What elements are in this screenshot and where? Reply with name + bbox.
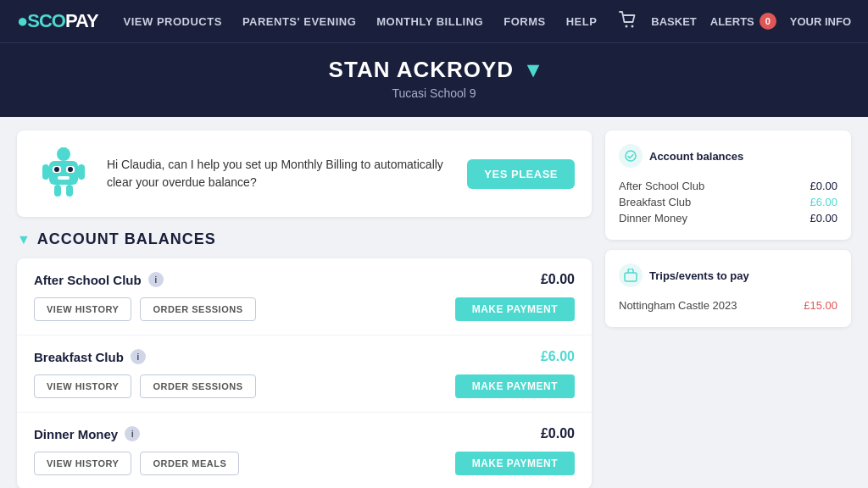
logo-sco: SCO	[27, 10, 65, 31]
svg-rect-11	[54, 185, 61, 197]
basket-button[interactable]	[619, 11, 637, 31]
svg-rect-13	[60, 147, 67, 154]
main-content: Hi Claudia, can I help you set up Monthl…	[0, 117, 868, 488]
svg-rect-10	[78, 164, 85, 180]
logo[interactable]: ●SCOPAY	[17, 10, 98, 32]
side-balance-amount-0: £0.00	[810, 180, 837, 192]
side-balance-label-2: Dinner Money	[619, 212, 687, 225]
balance-name-dinner: Dinner Money	[34, 427, 118, 441]
navbar: ●SCOPAY VIEW PRODUCTS PARENTS' EVENING M…	[0, 0, 868, 42]
order-sessions-after-school[interactable]: ORDER SESSIONS	[140, 297, 255, 321]
user-name[interactable]: STAN ACKROYD ▾	[0, 57, 868, 83]
helper-banner: Hi Claudia, can I help you set up Monthl…	[17, 130, 592, 217]
view-history-breakfast[interactable]: VIEW HISTORY	[34, 374, 131, 398]
account-balances-header: ▼ ACCOUNT BALANCES	[17, 230, 592, 248]
alerts-badge: 0	[760, 13, 776, 30]
user-dropdown-arrow[interactable]: ▾	[527, 57, 539, 82]
your-info-button[interactable]: YOUR INFO	[790, 15, 851, 28]
logo-pay: PAY	[65, 10, 98, 31]
user-header: STAN ACKROYD ▾ Tucasi School 9	[0, 42, 868, 117]
right-column: Account balances After School Club £0.00…	[605, 130, 851, 488]
balance-actions-dinner: VIEW HISTORY ORDER MEALS MAKE PAYMENT	[34, 452, 575, 475]
order-sessions-breakfast[interactable]: ORDER SESSIONS	[140, 374, 255, 398]
basket-label[interactable]: BASKET	[651, 15, 696, 28]
balances-card: After School Club i £0.00 VIEW HISTORY O…	[17, 258, 592, 488]
nav-forms[interactable]: FORMS	[504, 15, 545, 28]
side-card-trips: Trips/events to pay Nottingham Castle 20…	[605, 250, 851, 327]
nav-right: BASKET ALERTS 0 YOUR INFO	[619, 11, 851, 31]
account-balances-title: ACCOUNT BALANCES	[37, 230, 216, 248]
balance-row-dinner: Dinner Money i £0.00 VIEW HISTORY ORDER …	[17, 413, 592, 488]
info-icon-breakfast[interactable]: i	[131, 349, 146, 364]
balance-name-wrap-dinner: Dinner Money i	[34, 426, 140, 441]
side-balance-item-0: After School Club £0.00	[619, 178, 837, 194]
info-icon-after-school[interactable]: i	[148, 272, 164, 287]
side-trips-label-0: Nottingham Castle 2023	[619, 299, 737, 312]
side-card-balances-header: Account balances	[619, 144, 837, 168]
side-card-balances: Account balances After School Club £0.00…	[605, 130, 851, 240]
alerts-label[interactable]: ALERTS	[710, 15, 754, 28]
balance-amount-breakfast: £6.00	[541, 349, 575, 364]
balance-amount-dinner: £0.00	[541, 426, 575, 441]
svg-point-0	[626, 25, 628, 28]
balance-name-after-school: After School Club	[34, 273, 142, 287]
helper-text: Hi Claudia, can I help you set up Monthl…	[107, 156, 453, 191]
side-card-balances-title: Account balances	[649, 150, 743, 163]
left-column: Hi Claudia, can I help you set up Monthl…	[17, 130, 592, 488]
svg-point-6	[54, 167, 59, 172]
nav-view-products[interactable]: VIEW PRODUCTS	[124, 15, 222, 28]
side-trips-amount-0: £15.00	[804, 299, 837, 312]
balance-row-after-school-header: After School Club i £0.00	[34, 272, 575, 287]
balance-name-wrap-after-school: After School Club i	[34, 272, 164, 287]
account-balances-chevron[interactable]: ▼	[17, 232, 31, 247]
view-history-after-school[interactable]: VIEW HISTORY	[34, 297, 131, 321]
balance-actions-after-school: VIEW HISTORY ORDER SESSIONS MAKE PAYMENT	[34, 297, 575, 321]
svg-point-1	[632, 25, 634, 28]
svg-rect-12	[66, 185, 73, 197]
side-balance-label-1: Breakfast Club	[619, 196, 691, 208]
balance-row-breakfast: Breakfast Club i £6.00 VIEW HISTORY ORDE…	[17, 336, 592, 413]
order-meals-dinner[interactable]: ORDER MEALS	[140, 452, 239, 475]
side-balance-amount-1: £6.00	[810, 196, 837, 208]
balance-actions-breakfast: VIEW HISTORY ORDER SESSIONS MAKE PAYMENT	[34, 374, 575, 398]
side-trips-item-0: Nottingham Castle 2023 £15.00	[619, 297, 837, 313]
balance-name-wrap-breakfast: Breakfast Club i	[34, 349, 146, 364]
side-card-trips-title: Trips/events to pay	[649, 269, 749, 282]
balance-row-breakfast-header: Breakfast Club i £6.00	[34, 349, 575, 364]
svg-rect-15	[625, 273, 637, 281]
make-payment-breakfast[interactable]: MAKE PAYMENT	[455, 374, 575, 398]
make-payment-after-school[interactable]: MAKE PAYMENT	[455, 297, 575, 321]
logo-dot: ●	[17, 10, 27, 31]
balances-side-icon	[619, 144, 643, 168]
balance-row-after-school: After School Club i £0.00 VIEW HISTORY O…	[17, 258, 592, 336]
balance-name-breakfast: Breakfast Club	[34, 350, 124, 364]
side-balance-label-0: After School Club	[619, 180, 704, 192]
side-trips-list: Nottingham Castle 2023 £15.00	[619, 297, 837, 313]
svg-rect-8	[58, 176, 70, 180]
trips-side-icon	[619, 263, 643, 287]
user-school: Tucasi School 9	[0, 86, 868, 100]
nav-links: VIEW PRODUCTS PARENTS' EVENING MONTHLY B…	[124, 15, 620, 28]
svg-rect-9	[42, 164, 49, 180]
svg-point-7	[68, 167, 73, 172]
alerts-wrap: ALERTS 0	[710, 13, 776, 30]
balance-row-dinner-header: Dinner Money i £0.00	[34, 426, 575, 441]
side-balance-item-1: Breakfast Club £6.00	[619, 194, 837, 210]
nav-parents-evening[interactable]: PARENTS' EVENING	[242, 15, 356, 28]
balance-amount-after-school: £0.00	[541, 272, 575, 287]
view-history-dinner[interactable]: VIEW HISTORY	[34, 452, 131, 475]
robot-icon	[34, 144, 93, 203]
make-payment-dinner[interactable]: MAKE PAYMENT	[455, 452, 575, 475]
svg-rect-3	[49, 161, 78, 185]
side-balance-list: After School Club £0.00 Breakfast Club £…	[619, 178, 837, 226]
side-card-trips-header: Trips/events to pay	[619, 263, 837, 287]
side-balance-amount-2: £0.00	[810, 212, 837, 225]
nav-help[interactable]: HELP	[566, 15, 598, 28]
nav-monthly-billing[interactable]: MONTHLY BILLING	[376, 15, 483, 28]
side-balance-item-2: Dinner Money £0.00	[619, 210, 837, 226]
yes-please-button[interactable]: YES PLEASE	[467, 159, 575, 189]
svg-point-14	[626, 151, 636, 161]
info-icon-dinner[interactable]: i	[125, 426, 140, 441]
